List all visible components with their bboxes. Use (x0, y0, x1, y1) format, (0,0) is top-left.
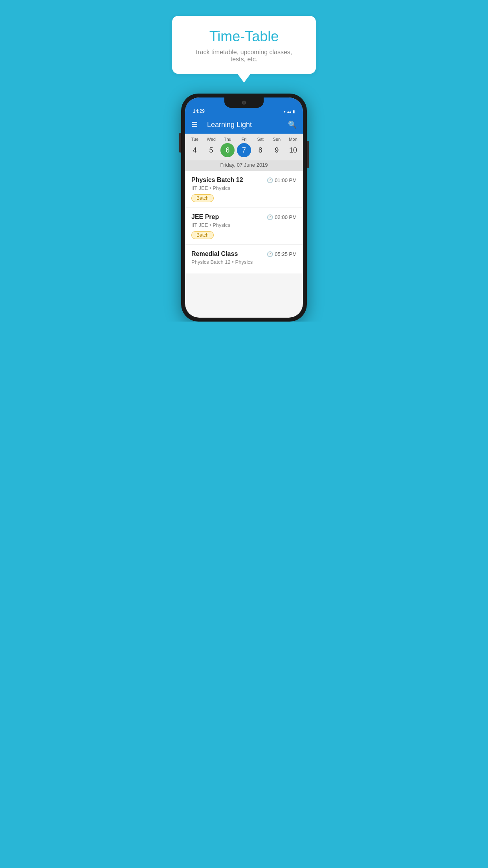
day-numbers: 4 5 6 7 8 9 10 (185, 142, 303, 160)
item-3-top: Remedial Class 🕐 05:25 PM (191, 250, 297, 257)
day-label-fri: Fri (236, 137, 252, 142)
app-bar: ☰ Learning Light 🔍 (185, 116, 303, 134)
volume-button (179, 133, 181, 153)
power-button (307, 141, 309, 168)
item-2-batch-tag: Batch (191, 231, 214, 239)
schedule-list: Physics Batch 12 🕐 01:00 PM IIT JEE • Ph… (185, 171, 303, 274)
day-label-sat: Sat (253, 137, 268, 142)
phone-camera (242, 101, 246, 105)
status-icons: ▾ ▴▴ ▮ (284, 109, 295, 114)
wifi-icon: ▾ (284, 109, 286, 114)
item-1-time: 🕐 01:00 PM (267, 177, 297, 183)
item-1-subtitle: IIT JEE • Physics (191, 185, 297, 191)
item-2-time: 🕐 02:00 PM (267, 214, 297, 220)
battery-icon: ▮ (293, 109, 295, 114)
item-2-top: JEE Prep 🕐 02:00 PM (191, 213, 297, 221)
item-3-title: Remedial Class (191, 250, 238, 257)
day-label-wed: Wed (204, 137, 219, 142)
phone-notch (224, 97, 264, 108)
clock-icon-2: 🕐 (267, 214, 273, 220)
item-2-title: JEE Prep (191, 213, 219, 221)
app-bar-title: Learning Light (207, 121, 288, 129)
selected-date-label: Friday, 07 June 2019 (185, 160, 303, 171)
clock-icon-1: 🕐 (267, 177, 273, 183)
schedule-item-2[interactable]: JEE Prep 🕐 02:00 PM IIT JEE • Physics Ba… (185, 208, 303, 245)
bubble-title: Time-Table (188, 28, 300, 45)
schedule-item-3[interactable]: Remedial Class 🕐 05:25 PM Physics Batch … (185, 245, 303, 274)
day-8[interactable]: 8 (253, 143, 268, 157)
bubble-subtitle: track timetable, upcoming classes, tests… (188, 49, 300, 63)
schedule-item-1[interactable]: Physics Batch 12 🕐 01:00 PM IIT JEE • Ph… (185, 171, 303, 208)
day-9[interactable]: 9 (270, 143, 284, 157)
hamburger-icon[interactable]: ☰ (191, 121, 198, 128)
day-4[interactable]: 4 (188, 143, 202, 157)
day-5[interactable]: 5 (204, 143, 218, 157)
item-1-title: Physics Batch 12 (191, 177, 243, 184)
page-wrapper: Time-Table track timetable, upcoming cla… (163, 0, 325, 322)
item-1-batch-tag: Batch (191, 194, 214, 202)
item-2-subtitle: IIT JEE • Physics (191, 222, 297, 228)
day-label-sun: Sun (269, 137, 284, 142)
day-headers: Tue Wed Thu Fri Sat Sun Mon (185, 137, 303, 142)
phone-mockup: 14:29 ▾ ▴▴ ▮ ☰ Learning Light 🔍 (181, 94, 307, 322)
item-1-top: Physics Batch 12 🕐 01:00 PM (191, 177, 297, 184)
clock-icon-3: 🕐 (267, 251, 273, 257)
signal-icon: ▴▴ (287, 109, 291, 114)
phone-shell: 14:29 ▾ ▴▴ ▮ ☰ Learning Light 🔍 (181, 94, 307, 322)
calendar-strip: Tue Wed Thu Fri Sat Sun Mon 4 5 6 7 8 (185, 134, 303, 171)
day-label-thu: Thu (220, 137, 235, 142)
status-time: 14:29 (193, 108, 205, 114)
day-7-selected[interactable]: 7 (237, 143, 251, 157)
search-icon[interactable]: 🔍 (288, 120, 297, 129)
item-3-time: 🕐 05:25 PM (267, 251, 297, 257)
speech-bubble: Time-Table track timetable, upcoming cla… (172, 16, 316, 74)
item-3-subtitle: Physics Batch 12 • Physics (191, 259, 297, 265)
phone-screen: 14:29 ▾ ▴▴ ▮ ☰ Learning Light 🔍 (185, 97, 303, 318)
day-6-today[interactable]: 6 (220, 143, 235, 157)
day-label-mon: Mon (285, 137, 301, 142)
day-10[interactable]: 10 (286, 143, 300, 157)
day-label-tue: Tue (187, 137, 203, 142)
